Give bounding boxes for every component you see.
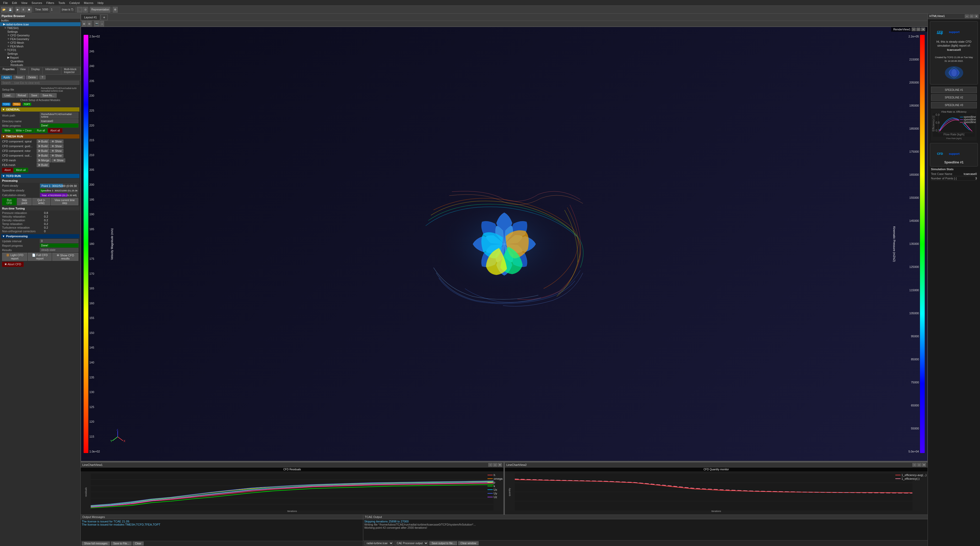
menu-help[interactable]: Help — [95, 1, 106, 5]
pipeline-item-settings1[interactable]: Settings — [0, 30, 81, 33]
topt-badge[interactable]: TOPT — [23, 103, 31, 106]
general-section-header[interactable]: ▼ GENERAL — [1, 107, 80, 111]
save-btn[interactable]: Save — [29, 93, 40, 98]
show-cfd-btn[interactable]: 👁 Show CFD results — [52, 253, 78, 261]
toolbar-stop-btn[interactable]: ⏹ — [27, 7, 32, 13]
toolbar-reset-camera-btn[interactable]: ⊙ — [83, 7, 88, 13]
toolbar-save-btn[interactable]: 💾 — [7, 7, 13, 13]
toolbar-camera-btn[interactable]: 🎥 — [77, 7, 83, 13]
pipeline-item-tmesh[interactable]: 👁 TMESH1 — [0, 26, 81, 30]
tab-display[interactable]: Display — [29, 67, 43, 75]
save-output-btn[interactable]: Save output to file... — [430, 541, 457, 545]
html-view-close-btn[interactable]: ✕ — [974, 14, 978, 18]
cfd-mesh-build-btn[interactable]: Merge — [37, 158, 51, 162]
pipeline-item-cfd-mesh[interactable]: 👁 CFD Mesh — [0, 41, 81, 44]
menu-file[interactable]: File — [1, 1, 10, 5]
layout-tab-1[interactable]: Layout #1 — [81, 14, 100, 21]
view-split-btn[interactable]: ⊞ — [82, 21, 86, 27]
toolbar-open-btn[interactable]: 📂 — [1, 7, 7, 13]
residuals-min-btn[interactable]: ─ — [488, 463, 493, 467]
quantity-max-btn[interactable]: □ — [917, 463, 921, 467]
write-btn[interactable]: Write — [2, 128, 13, 133]
menu-sources[interactable]: Sources — [29, 1, 44, 5]
render-view-close-btn[interactable]: ✕ — [921, 27, 925, 31]
load-btn[interactable]: Load... — [2, 93, 15, 98]
cfd-rotor-show-btn[interactable]: 👁 Show — [50, 149, 64, 153]
show-full-messages-btn[interactable]: Show full messages — [82, 541, 110, 546]
speedline-1-btn[interactable]: SPEEDLINE #1 — [931, 87, 977, 93]
props-reset-btn[interactable]: Reset — [13, 75, 25, 79]
render-view[interactable]: RenderView1 ─ □ ✕ 2.5e+02 — [81, 27, 928, 461]
run-all-btn[interactable]: Run all — [35, 128, 48, 133]
cfd-outl-build-btn[interactable]: Build — [37, 154, 49, 158]
abort-all-btn[interactable]: Abort all — [48, 128, 62, 133]
cfd-spiral-show-btn[interactable]: 👁 Show — [50, 140, 64, 143]
cfd-guid-show-btn[interactable]: 👁 Show — [50, 144, 64, 148]
tcfd-section-header[interactable]: ▼ TCFD RUN — [1, 174, 80, 178]
speedline-3-btn[interactable]: SPEEDLINE #3 — [931, 102, 977, 108]
html-view-max-btn[interactable]: □ — [969, 14, 974, 18]
speedline-2-btn[interactable]: SPEEDLINE #2 — [931, 94, 977, 101]
menu-view[interactable]: View — [19, 1, 30, 5]
tfea-badge[interactable]: TFEA — [13, 103, 21, 106]
quit-write-btn[interactable]: Quit (+ write) — [32, 198, 50, 205]
tcae-file-select[interactable]: radial-turbine.tcae — [364, 541, 393, 546]
cfd-rotor-build-btn[interactable]: Build — [37, 149, 49, 153]
menu-filters[interactable]: Filters — [44, 1, 56, 5]
pipeline-item-fea-mesh[interactable]: 👁 FEA Mesh — [0, 44, 81, 48]
tab-add-btn[interactable]: + — [101, 14, 107, 20]
save-as-btn[interactable]: Save As... — [40, 93, 57, 98]
clear-output-btn[interactable]: Clear — [133, 541, 144, 546]
toolbar-pause-btn[interactable]: ⏸ — [21, 7, 26, 13]
pipeline-item-settings2[interactable]: Settings — [0, 52, 81, 56]
pipeline-item-residuals[interactable]: Residuals — [0, 63, 81, 67]
tab-multiblock[interactable]: Multi-block Inspector — [61, 67, 81, 75]
menu-macros[interactable]: Macros — [82, 1, 95, 5]
pipeline-item-quantities[interactable]: Quantities — [0, 59, 81, 63]
abort-btn[interactable]: Abort — [2, 168, 13, 172]
props-search-input[interactable] — [1, 81, 80, 85]
run-cfd-btn[interactable]: Run CFD — [2, 198, 16, 205]
toolbar-settings-btn[interactable]: ⚙ — [113, 7, 118, 13]
residuals-max-btn[interactable]: □ — [493, 463, 497, 467]
tab-view[interactable]: View — [18, 67, 29, 75]
menu-edit[interactable]: Edit — [10, 1, 19, 5]
render-view-min-btn[interactable]: ─ — [912, 27, 916, 31]
quantity-min-btn[interactable]: ─ — [912, 463, 916, 467]
tcfd-badge[interactable]: TCFD — [2, 103, 11, 106]
view-reset-btn[interactable]: ⌂ — [100, 21, 104, 27]
save-to-file-btn[interactable]: Save to File... — [111, 541, 132, 546]
pipeline-item-cfd-geom[interactable]: 👁 CFD Geometry — [0, 33, 81, 37]
abort-cfd-btn[interactable]: ✖ Abort CFD — [2, 262, 24, 267]
props-help-btn[interactable]: ? — [39, 75, 46, 79]
write-clean-btn[interactable]: Write + Clean — [13, 128, 34, 133]
toolbar-play-btn[interactable]: ▶ — [16, 7, 20, 13]
pipeline-item-report[interactable]: ▶ Report — [0, 56, 81, 59]
residuals-close-btn[interactable]: ✕ — [498, 463, 502, 467]
tcae-processor-select[interactable]: CAE Processor output — [395, 541, 428, 546]
html-view-min-btn[interactable]: ─ — [965, 14, 969, 18]
tab-information[interactable]: Information — [43, 67, 61, 75]
postproc-section-header[interactable]: ▼ Postprocessing — [1, 234, 80, 238]
view-time-btn[interactable]: View current time step — [51, 198, 78, 205]
menu-catalyst[interactable]: Catalyst — [67, 1, 82, 5]
props-apply-btn[interactable]: Apply — [1, 75, 12, 79]
view-camera-btn[interactable]: 📷 — [94, 21, 100, 27]
pipeline-item-builtin[interactable]: builtin: — [0, 19, 81, 22]
mesh-all-btn[interactable]: Mesh all — [14, 168, 28, 172]
pipeline-item-tcfd1[interactable]: 👁 TCFD1 — [0, 48, 81, 52]
cfd-guid-build-btn[interactable]: Build — [37, 144, 49, 148]
toolbar-representation-btn[interactable]: Representation — [90, 7, 111, 13]
cfd-mesh-show-btn[interactable]: 👁 Show — [52, 159, 65, 162]
pipeline-item-fea-geom[interactable]: 👁 FEA Geometry — [0, 37, 81, 41]
light-cfd-btn[interactable]: 🔆 Light CFD report — [2, 253, 27, 261]
toolbar-time-step[interactable] — [50, 7, 60, 13]
reload-btn[interactable]: Reload — [16, 93, 29, 98]
cfd-spiral-build-btn[interactable]: Build — [37, 139, 49, 143]
full-cfd-btn[interactable]: 📄 Full CFD report — [28, 253, 52, 261]
view-single-btn[interactable]: ⊟ — [87, 21, 92, 27]
clear-window-btn[interactable]: Clear window — [458, 541, 479, 545]
tmesh-section-header[interactable]: ▼ TMESH RUN — [1, 134, 80, 138]
pipeline-item-tcae[interactable]: ▶ radial-turbine.tcae — [0, 22, 81, 26]
quantity-close-btn[interactable]: ✕ — [922, 463, 926, 467]
